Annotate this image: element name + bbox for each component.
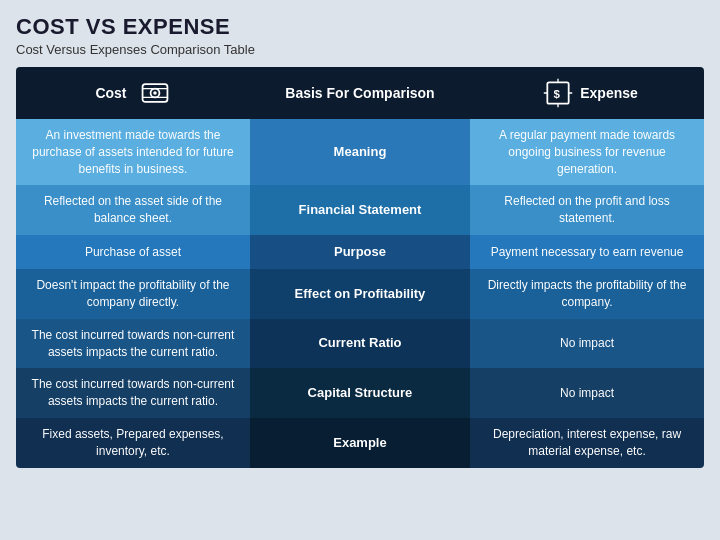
table-row: The cost incurred towards non-current as… — [16, 319, 704, 369]
cost-cell: Purchase of asset — [16, 235, 250, 269]
cost-cell: Reflected on the asset side of the balan… — [16, 185, 250, 235]
page-subtitle: Cost Versus Expenses Comparison Table — [16, 42, 704, 57]
expense-icon: $ — [542, 77, 574, 109]
basis-cell: Financial Statement — [250, 185, 470, 235]
page-wrapper: COST VS EXPENSE Cost Versus Expenses Com… — [0, 0, 720, 540]
table-header-row: Cost — [16, 67, 704, 119]
table-row: Reflected on the asset side of the balan… — [16, 185, 704, 235]
basis-cell: Effect on Profitability — [250, 269, 470, 319]
cost-cell: The cost incurred towards non-current as… — [16, 368, 250, 418]
basis-cell: Meaning — [250, 119, 470, 185]
svg-text:$: $ — [554, 88, 561, 100]
expense-cell: Payment necessary to earn revenue — [470, 235, 704, 269]
expense-cell: Directly impacts the profitability of th… — [470, 269, 704, 319]
comparison-table-container: Cost — [16, 67, 704, 468]
expense-cell: No impact — [470, 368, 704, 418]
page-title: COST VS EXPENSE — [16, 14, 704, 40]
table-body: An investment made towards the purchase … — [16, 119, 704, 468]
header-basis: Basis For Comparison — [250, 67, 470, 119]
cost-cell: Doesn't impact the profitability of the … — [16, 269, 250, 319]
table-row: Doesn't impact the profitability of the … — [16, 269, 704, 319]
table-row: An investment made towards the purchase … — [16, 119, 704, 185]
expense-cell: A regular payment made towards ongoing b… — [470, 119, 704, 185]
table-row: The cost incurred towards non-current as… — [16, 368, 704, 418]
cost-cell: An investment made towards the purchase … — [16, 119, 250, 185]
basis-cell: Example — [250, 418, 470, 468]
svg-point-2 — [153, 91, 157, 95]
comparison-table: Cost — [16, 67, 704, 468]
table-row: Purchase of assetPurposePayment necessar… — [16, 235, 704, 269]
table-row: Fixed assets, Prepared expenses, invento… — [16, 418, 704, 468]
cost-icon — [139, 77, 171, 109]
cost-cell: Fixed assets, Prepared expenses, invento… — [16, 418, 250, 468]
cost-cell: The cost incurred towards non-current as… — [16, 319, 250, 369]
header-cost: Cost — [16, 67, 250, 119]
header-expense: $ Expense — [470, 67, 704, 119]
expense-cell: No impact — [470, 319, 704, 369]
basis-cell: Current Ratio — [250, 319, 470, 369]
expense-cell: Reflected on the profit and loss stateme… — [470, 185, 704, 235]
basis-cell: Capital Structure — [250, 368, 470, 418]
basis-cell: Purpose — [250, 235, 470, 269]
expense-cell: Depreciation, interest expense, raw mate… — [470, 418, 704, 468]
